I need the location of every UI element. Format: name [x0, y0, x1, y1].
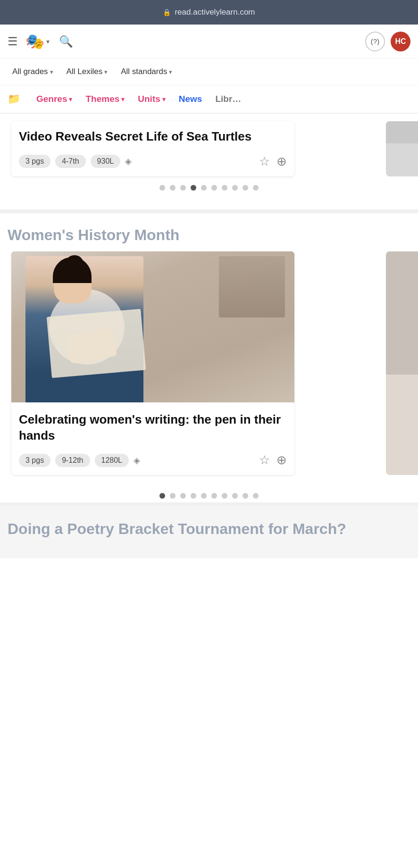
avatar-initials: HC: [395, 37, 406, 46]
writing-plus-icon[interactable]: ⊕: [276, 453, 287, 467]
folder-icon[interactable]: 📁: [4, 85, 24, 113]
next-card-peek: [386, 121, 418, 176]
sea-turtle-title: Video Reveals Secret Life of Sea Turtles: [19, 129, 287, 145]
writing-grade: 9-12th: [55, 454, 90, 467]
lexiles-chevron: ▾: [104, 68, 108, 75]
grades-chevron: ▾: [50, 68, 53, 75]
womens-history-section: Women's History Month: [0, 213, 418, 503]
grades-filter[interactable]: All grades ▾: [8, 64, 58, 79]
dot-4[interactable]: [201, 185, 207, 191]
writing-star-icon[interactable]: ☆: [259, 453, 270, 467]
writing-dots: [0, 484, 418, 502]
sea-turtle-star-icon[interactable]: ☆: [259, 154, 270, 169]
sea-turtle-pages: 3 pgs: [19, 155, 50, 168]
nav-right: (?) HC: [365, 32, 410, 51]
dot-5[interactable]: [211, 493, 217, 499]
help-label: (?): [371, 37, 379, 45]
dot-8[interactable]: [242, 185, 248, 191]
writing-pages: 3 pgs: [19, 454, 50, 467]
dot-8[interactable]: [242, 493, 248, 499]
sea-turtle-card[interactable]: Video Reveals Secret Life of Sea Turtles…: [11, 121, 294, 176]
next-writing-card-peek: [386, 251, 418, 476]
lexiles-label: All Lexiles: [67, 67, 103, 76]
top-nav: ☰ 🎭 ▾ 🔍 (?) HC: [0, 25, 418, 58]
standards-filter[interactable]: All standards ▾: [116, 64, 177, 79]
writing-card-body: Celebrating women's writing: the pen in …: [11, 402, 294, 476]
dot-9[interactable]: [253, 493, 259, 499]
library-label: Libr…: [215, 94, 241, 104]
address-bar: 🔒 read.activelylearn.com: [0, 0, 418, 25]
poetry-section: Doing a Poetry Bracket Tournament for Ma…: [0, 506, 418, 558]
dot-7[interactable]: [232, 493, 238, 499]
category-nav: 📁 Genres ▾ Themes ▾ Units ▾ News Libr…: [0, 85, 418, 114]
sea-turtle-lexile: 930L: [91, 155, 121, 168]
units-chevron: ▾: [162, 96, 166, 103]
logo-icon: 🎭: [25, 33, 44, 50]
dot-9[interactable]: [253, 185, 259, 191]
sea-turtle-card-body: Video Reveals Secret Life of Sea Turtles…: [11, 121, 294, 176]
news-tab[interactable]: News: [172, 86, 209, 112]
dot-0[interactable]: [159, 493, 165, 499]
themes-tab[interactable]: Themes ▾: [79, 86, 131, 112]
units-tab[interactable]: Units ▾: [131, 86, 172, 112]
dot-7[interactable]: [232, 185, 238, 191]
genres-label: Genres: [36, 94, 67, 104]
dot-1[interactable]: [170, 493, 176, 499]
dot-6[interactable]: [222, 493, 227, 499]
sea-turtle-meta: 3 pgs 4-7th 930L ◈ ☆ ⊕: [19, 154, 287, 169]
genres-chevron: ▾: [69, 96, 72, 103]
themes-chevron: ▾: [121, 96, 125, 103]
sea-turtle-dots: [0, 176, 418, 194]
sea-turtle-grade: 4-7th: [55, 155, 85, 168]
logo-area[interactable]: 🎭 ▾: [25, 33, 50, 50]
dot-0[interactable]: [159, 185, 165, 191]
url-text: read.activelylearn.com: [175, 8, 255, 17]
themes-label: Themes: [85, 94, 119, 104]
poetry-title: Doing a Poetry Bracket Tournament for Ma…: [8, 519, 410, 539]
dot-2[interactable]: [180, 185, 186, 191]
dot-1[interactable]: [170, 185, 176, 191]
search-icon[interactable]: 🔍: [59, 35, 73, 48]
genres-tab[interactable]: Genres ▾: [30, 86, 79, 112]
writing-diamond-icon: ◈: [134, 455, 140, 466]
dot-2[interactable]: [180, 493, 186, 499]
writing-card-image: [11, 251, 294, 402]
sea-turtle-plus-icon[interactable]: ⊕: [276, 154, 287, 169]
painting-background: [11, 251, 294, 402]
library-tab[interactable]: Libr…: [209, 86, 248, 112]
writing-card-meta: 3 pgs 9-12th 1280L ◈ ☆ ⊕: [19, 453, 287, 467]
dot-4[interactable]: [201, 493, 207, 499]
hamburger-menu-icon[interactable]: ☰: [8, 36, 18, 47]
writing-lexile: 1280L: [95, 454, 129, 467]
dot-3[interactable]: [191, 185, 196, 191]
lexiles-filter[interactable]: All Lexiles ▾: [62, 64, 113, 79]
writing-card-title: Celebrating women's writing: the pen in …: [19, 412, 287, 444]
poetry-title-text: Doing a Poetry Bracket Tournament for Ma…: [8, 520, 346, 537]
dot-6[interactable]: [222, 185, 227, 191]
lock-icon: 🔒: [163, 8, 171, 16]
help-button[interactable]: (?): [365, 32, 385, 51]
dot-5[interactable]: [211, 185, 217, 191]
grades-label: All grades: [12, 67, 48, 76]
logo-dropdown-icon: ▾: [46, 38, 50, 45]
separator-2: [0, 502, 418, 506]
womens-history-header: Women's History Month: [0, 213, 418, 251]
units-label: Units: [138, 94, 160, 104]
sea-turtle-section: Video Reveals Secret Life of Sea Turtles…: [0, 114, 418, 206]
avatar[interactable]: HC: [391, 32, 410, 51]
sea-turtle-actions: ☆ ⊕: [259, 154, 287, 169]
separator-1: [0, 209, 418, 213]
standards-label: All standards: [121, 67, 167, 76]
standards-chevron: ▾: [169, 68, 172, 75]
sea-turtle-diamond-icon: ◈: [125, 156, 132, 167]
writing-card-actions: ☆ ⊕: [259, 453, 287, 467]
writing-card[interactable]: Celebrating women's writing: the pen in …: [11, 251, 294, 476]
dot-3[interactable]: [191, 493, 196, 499]
news-label: News: [179, 94, 202, 104]
filter-bar: All grades ▾ All Lexiles ▾ All standards…: [0, 58, 418, 85]
